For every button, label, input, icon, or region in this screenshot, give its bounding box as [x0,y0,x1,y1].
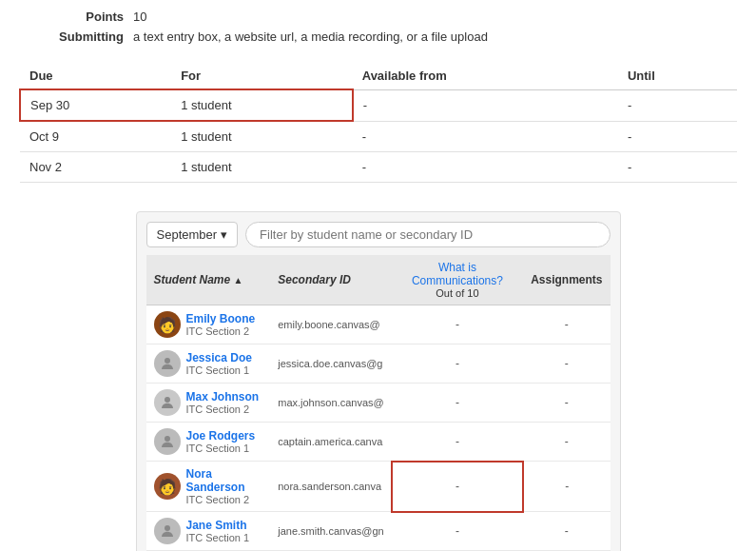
score-cell: - [392,384,523,423]
due-date: Oct 9 [20,121,171,152]
score-cell: - [392,423,523,462]
secondary-id-value: jane.smith.canvas@gn [278,525,383,537]
avatar: 🧑 [154,311,181,338]
grades-table-row: 🧑 Emily Boone ITC Section 2 emily.boone.… [146,305,611,344]
student-name-link[interactable]: Emily Boone [186,312,256,325]
secondary-id-value: captain.america.canva [278,436,382,447]
secondary-id-value: emily.boone.canvas@ [278,319,380,330]
due-for: 1 student [171,152,353,183]
student-name-link[interactable]: Joe Rodgers [186,429,256,443]
due-dates-table: Due For Available from Until Sep 301 stu… [19,63,737,183]
avatar [154,518,181,544]
grades-table-row: Jessica Doe ITC Section 1 jessica.doe.ca… [146,344,611,384]
due-date: Sep 30 [20,89,171,121]
student-cell: 🧑 Emily Boone ITC Section 2 [146,305,271,344]
student-section: ITC Section 1 [186,364,252,376]
student-cell: Joe Rodgers ITC Section 1 [146,423,271,462]
student-name-link[interactable]: Max Johnson [186,390,260,403]
student-section: ITC Section 2 [186,325,256,337]
secondary-id-cell: jane.smith.canvas@gn [270,512,391,551]
student-section: ITC Section 1 [186,532,250,543]
secondary-id-value: nora.sanderson.canva [278,481,381,492]
until-col-header: Until [618,63,737,89]
assignments-cell: - [523,344,610,384]
assignments-cell: - [523,305,610,344]
for-col-header: For [171,63,353,89]
avatar: 🧑 [154,473,181,500]
assignments-cell: - [523,462,610,512]
grades-container: September ▾ Student Name ▲ Secondary ID … [136,211,621,551]
grades-table-row: Jane Smith ITC Section 1 jane.smith.canv… [146,512,611,551]
grades-table-row: Joe Rodgers ITC Section 1 captain.americ… [146,423,611,462]
info-section: Points 10 Submitting a text entry box, a… [19,10,737,44]
score-cell: - [392,305,523,344]
assignments-header: Assignments [523,255,610,305]
secondary-id-cell: jessica.doe.canvas@g [270,344,391,384]
score-cell: - [392,512,523,551]
due-col-header: Due [20,63,171,89]
secondary-id-cell: emily.boone.canvas@ [270,305,391,344]
chevron-down-icon: ▾ [221,227,227,242]
svg-point-0 [165,358,170,364]
avatar [154,389,181,416]
assignment-header[interactable]: What is Communications? Out of 10 [392,255,523,305]
svg-point-3 [165,525,170,531]
due-date: Nov 2 [20,152,171,183]
secondary-id-cell: nora.sanderson.canva [270,462,391,512]
student-name-link[interactable]: Nora Sanderson [186,467,245,494]
secondary-id-value: jessica.doe.canvas@g [278,358,382,369]
until: - [618,152,737,183]
grades-table-row: Max Johnson ITC Section 2 max.johnson.ca… [146,384,611,423]
sort-arrow-icon: ▲ [234,275,243,285]
student-cell: Jane Smith ITC Section 1 [146,512,271,551]
score-cell: - [392,462,523,512]
submitting-value: a text entry box, a website url, a media… [133,30,488,44]
grades-table: Student Name ▲ Secondary ID What is Comm… [146,255,611,551]
student-section: ITC Section 2 [186,494,263,505]
due-table-row: Oct 91 student-- [20,121,737,152]
points-row: Points 10 [19,10,737,24]
grades-table-row: 🧑 Nora Sanderson ITC Section 2 nora.sand… [146,462,611,512]
points-value: 10 [133,10,146,24]
due-for: 1 student [171,89,353,121]
submitting-label: Submitting [19,30,124,44]
grades-header: September ▾ [146,222,611,247]
student-section: ITC Section 1 [186,443,256,454]
secondary-id-cell: captain.america.canva [270,423,391,462]
due-table-row: Nov 21 student-- [20,152,737,183]
score-cell: - [392,344,523,384]
student-cell: 🧑 Nora Sanderson ITC Section 2 [146,462,271,512]
secondary-id-value: max.johnson.canvas@ [278,397,383,408]
until: - [618,121,737,152]
assignments-cell: - [523,423,610,462]
month-dropdown[interactable]: September ▾ [146,222,239,247]
student-cell: Max Johnson ITC Section 2 [146,384,271,423]
avatar [154,428,181,455]
student-name-link[interactable]: Jessica Doe [186,351,252,364]
secondary-id-cell: max.johnson.canvas@ [270,384,391,423]
until: - [618,89,737,121]
student-name-header: Student Name ▲ [146,255,271,305]
available-from: - [353,121,618,152]
secondary-id-header: Secondary ID [270,255,391,305]
available-from: - [353,89,618,121]
svg-point-2 [165,436,170,442]
student-cell: Jessica Doe ITC Section 1 [146,344,271,384]
month-label: September [157,227,218,242]
assignments-cell: - [523,512,610,551]
student-section: ITC Section 2 [186,403,260,415]
available-col-header: Available from [353,63,618,89]
due-for: 1 student [171,121,353,152]
available-from: - [353,152,618,183]
due-table-row: Sep 301 student-- [20,89,737,121]
points-label: Points [19,10,124,24]
student-name-link[interactable]: Jane Smith [186,519,247,532]
avatar [154,350,181,377]
filter-input[interactable] [245,222,610,247]
assignments-cell: - [523,384,610,423]
svg-point-1 [165,397,170,403]
submitting-row: Submitting a text entry box, a website u… [19,30,737,44]
